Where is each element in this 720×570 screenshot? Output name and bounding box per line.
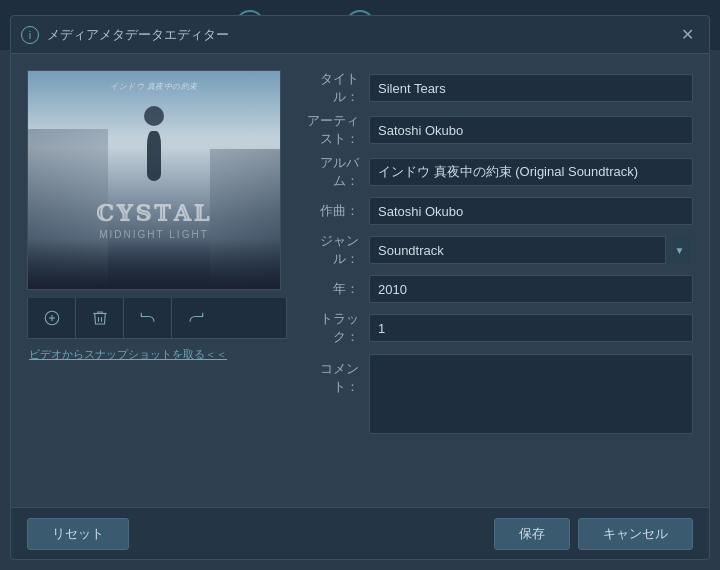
comment-label: コメント： <box>307 354 369 396</box>
artist-label: アーティスト： <box>307 112 369 148</box>
close-button[interactable]: ✕ <box>675 23 699 47</box>
cancel-button[interactable]: キャンセル <box>578 518 693 550</box>
left-panel: インドウ 真夜中の約束 ℂ𝕐𝕊𝕋𝔸𝕃 MIDNIGHT LIGHT <box>27 70 287 491</box>
track-input[interactable] <box>369 314 693 342</box>
album-label: アルバム： <box>307 154 369 190</box>
dialog-titlebar: i メディアメタデータエディター ✕ <box>11 16 709 54</box>
reset-button[interactable]: リセット <box>27 518 129 550</box>
title-input[interactable] <box>369 74 693 102</box>
year-input[interactable] <box>369 275 693 303</box>
genre-row: ジャンル： Soundtrack Pop Rock Jazz Classical… <box>307 232 693 268</box>
composer-label: 作曲： <box>307 202 369 220</box>
album-art-image: インドウ 真夜中の約束 ℂ𝕐𝕊𝕋𝔸𝕃 MIDNIGHT LIGHT <box>28 71 280 289</box>
delete-art-button[interactable] <box>76 298 124 338</box>
composer-row: 作曲： <box>307 196 693 226</box>
add-art-button[interactable] <box>28 298 76 338</box>
footer-right-buttons: 保存 キャンセル <box>494 518 693 550</box>
album-input[interactable] <box>369 158 693 186</box>
genre-select[interactable]: Soundtrack Pop Rock Jazz Classical Elect… <box>369 236 693 264</box>
artist-input[interactable] <box>369 116 693 144</box>
metadata-editor-dialog: i メディアメタデータエディター ✕ インドウ 真夜中の約束 <box>10 15 710 560</box>
title-label: タイトル： <box>307 70 369 106</box>
dialog-footer: リセット 保存 キャンセル <box>11 507 709 559</box>
composer-input[interactable] <box>369 197 693 225</box>
info-icon: i <box>21 26 39 44</box>
track-row: トラック： <box>307 310 693 346</box>
title-row: タイトル： <box>307 70 693 106</box>
undo-button[interactable] <box>124 298 172 338</box>
year-label: 年： <box>307 280 369 298</box>
album-row: アルバム： <box>307 154 693 190</box>
dialog-title: メディアメタデータエディター <box>47 26 675 44</box>
comment-textarea[interactable] <box>369 354 693 434</box>
snapshot-link[interactable]: ビデオからスナップショットを取る＜＜ <box>27 347 287 362</box>
dialog-body: インドウ 真夜中の約束 ℂ𝕐𝕊𝕋𝔸𝕃 MIDNIGHT LIGHT <box>11 54 709 507</box>
artist-row: アーティスト： <box>307 112 693 148</box>
right-panel: タイトル： アーティスト： アルバム： 作曲： ジャンル： Soundtrack <box>307 70 693 491</box>
genre-wrapper: Soundtrack Pop Rock Jazz Classical Elect… <box>369 236 693 264</box>
album-art-container: インドウ 真夜中の約束 ℂ𝕐𝕊𝕋𝔸𝕃 MIDNIGHT LIGHT <box>27 70 281 290</box>
save-button[interactable]: 保存 <box>494 518 570 550</box>
comment-row: コメント： <box>307 354 693 434</box>
redo-button[interactable] <box>172 298 220 338</box>
year-row: 年： <box>307 274 693 304</box>
genre-label: ジャンル： <box>307 232 369 268</box>
art-controls <box>27 298 287 339</box>
track-label: トラック： <box>307 310 369 346</box>
